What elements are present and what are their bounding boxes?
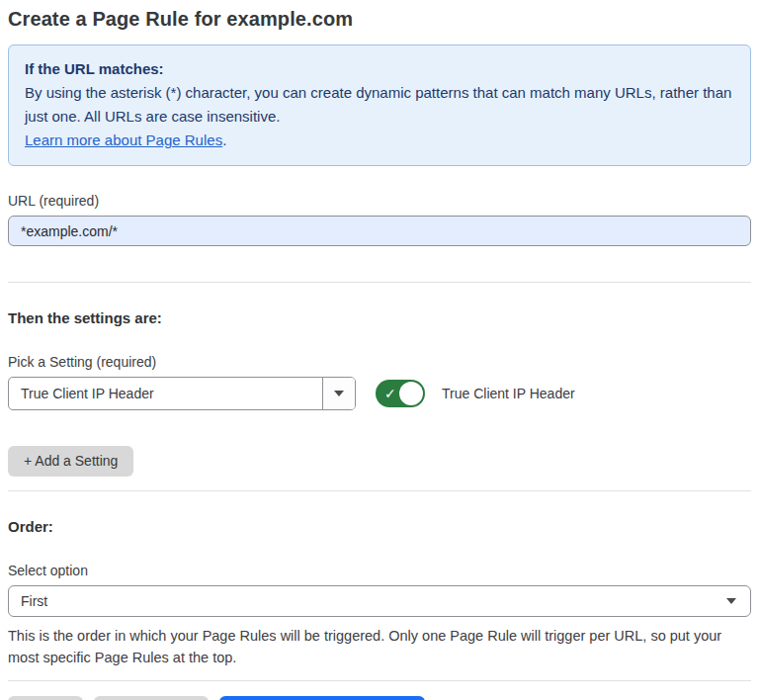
- true-client-ip-toggle[interactable]: ✓: [376, 380, 425, 407]
- info-box-heading: If the URL matches:: [25, 57, 734, 81]
- save-draft-button[interactable]: Save as Draft: [94, 696, 210, 700]
- chevron-down-icon: [726, 598, 736, 604]
- footer-actions: Cancel Save as Draft Save and Deploy Pag…: [8, 696, 751, 700]
- setting-select[interactable]: True Client IP Header: [8, 377, 356, 410]
- check-icon: ✓: [384, 387, 396, 400]
- info-box-body: By using the asterisk (*) character, you…: [25, 81, 734, 129]
- setting-select-value: True Client IP Header: [9, 378, 322, 409]
- save-deploy-button[interactable]: Save and Deploy Page Rule: [219, 696, 425, 700]
- info-box-link-line: Learn more about Page Rules.: [25, 129, 734, 152]
- cancel-button[interactable]: Cancel: [8, 696, 83, 700]
- url-input[interactable]: [8, 216, 751, 246]
- setting-row: True Client IP Header ✓ True Client IP H…: [8, 377, 751, 410]
- setting-select-arrow-button[interactable]: [322, 378, 355, 409]
- learn-more-link[interactable]: Learn more about Page Rules: [25, 131, 222, 148]
- order-section-heading: Order:: [8, 517, 751, 536]
- toggle-knob: [399, 382, 423, 405]
- pick-setting-label: Pick a Setting (required): [8, 353, 751, 371]
- url-match-info-box: If the URL matches: By using the asteris…: [8, 44, 751, 166]
- toggle-label: True Client IP Header: [442, 386, 575, 401]
- info-box-body-text: By using the asterisk (*) character, you…: [25, 84, 731, 125]
- divider-url-settings: [8, 282, 751, 283]
- divider-settings-order: [8, 490, 751, 491]
- order-select-label: Select option: [8, 562, 751, 579]
- order-help-text: This is the order in which your Page Rul…: [8, 625, 744, 668]
- url-field-label: URL (required): [8, 192, 751, 210]
- page-rule-form: Create a Page Rule for example.com If th…: [0, 0, 760, 700]
- settings-section-heading: Then the settings are:: [8, 308, 751, 327]
- chevron-down-icon: [334, 391, 344, 396]
- order-select-value: First: [21, 593, 47, 609]
- page-title: Create a Page Rule for example.com: [8, 6, 751, 32]
- divider-order-footer: [8, 680, 751, 681]
- add-setting-button[interactable]: + Add a Setting: [8, 446, 133, 477]
- order-select[interactable]: First: [8, 585, 751, 617]
- link-suffix: .: [222, 131, 226, 148]
